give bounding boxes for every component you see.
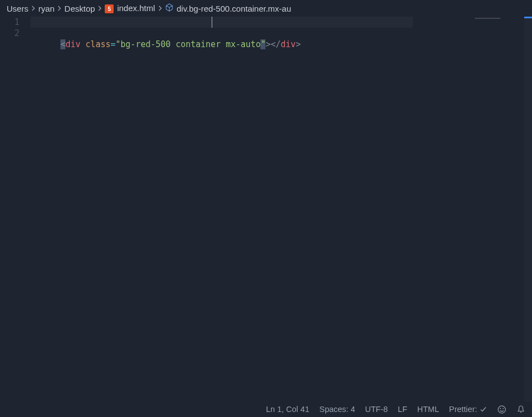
feedback-icon[interactable] [497, 405, 507, 414]
minimap[interactable] [474, 17, 532, 401]
code-line[interactable] [30, 28, 474, 39]
status-bar: Ln 1, Col 41 Spaces: 4 UTF-8 LF HTML Pre… [0, 401, 532, 417]
svg-point-2 [503, 408, 504, 409]
chevron-right-icon [30, 6, 36, 11]
editor-area[interactable]: 1 2 <div class="bg-red-500 container mx-… [0, 17, 532, 401]
chevron-right-icon [157, 6, 163, 11]
token-bracket: < [271, 39, 276, 49]
html-file-icon: 5 [105, 4, 114, 13]
line-number: 1 [0, 17, 19, 28]
status-cursor-position[interactable]: Ln 1, Col 41 [266, 405, 309, 414]
token-bracket: < [60, 39, 65, 49]
breadcrumb-segment[interactable]: Desktop [64, 4, 95, 13]
status-formatter[interactable]: Prettier: [449, 405, 487, 414]
breadcrumb-segment[interactable]: Users [7, 4, 28, 13]
token-equals: = [111, 39, 116, 49]
code-content-area[interactable]: <div class="bg-red-500 container mx-auto… [30, 17, 474, 401]
cube-icon [165, 3, 173, 12]
breadcrumb-symbol[interactable]: div.bg-red-500.container.mx-au [165, 3, 291, 13]
notifications-icon[interactable] [516, 405, 525, 414]
line-number-gutter: 1 2 [0, 17, 30, 401]
svg-point-1 [500, 408, 501, 409]
token-tag: div [65, 39, 80, 49]
breadcrumb-file[interactable]: 5index.html [105, 3, 155, 13]
token-bracket: > [296, 39, 301, 49]
chevron-right-icon [57, 6, 62, 11]
breadcrumb-file-label: index.html [117, 3, 155, 13]
status-language-mode[interactable]: HTML [417, 405, 439, 414]
line-number: 2 [0, 28, 19, 39]
status-encoding[interactable]: UTF-8 [365, 405, 388, 414]
scrollbar-position-marker [524, 17, 532, 18]
token-string: bg-red-500 container mx-auto [121, 39, 261, 49]
breadcrumb-segment[interactable]: ryan [38, 4, 54, 13]
status-eol[interactable]: LF [398, 405, 407, 414]
svg-point-0 [498, 405, 505, 413]
status-formatter-label: Prettier: [449, 405, 477, 414]
code-line[interactable]: <div class="bg-red-500 container mx-auto… [30, 17, 474, 28]
chevron-right-icon [97, 6, 103, 11]
token-tag: div [281, 39, 296, 49]
breadcrumb-symbol-label: div.bg-red-500.container.mx-au [177, 4, 291, 13]
status-indentation[interactable]: Spaces: 4 [319, 405, 355, 414]
token-bracket: > [265, 39, 270, 49]
check-icon [479, 405, 487, 413]
token-slash: / [276, 39, 281, 49]
active-line-highlight [30, 17, 413, 28]
token-string-quote: " [116, 39, 121, 49]
text-cursor [212, 17, 212, 28]
minimap-content [475, 18, 500, 19]
token-space [80, 39, 85, 49]
vertical-scrollbar[interactable] [524, 17, 532, 401]
breadcrumb-bar: Users ryan Desktop 5index.html div.bg-re… [0, 0, 532, 17]
token-attribute: class [85, 39, 110, 49]
